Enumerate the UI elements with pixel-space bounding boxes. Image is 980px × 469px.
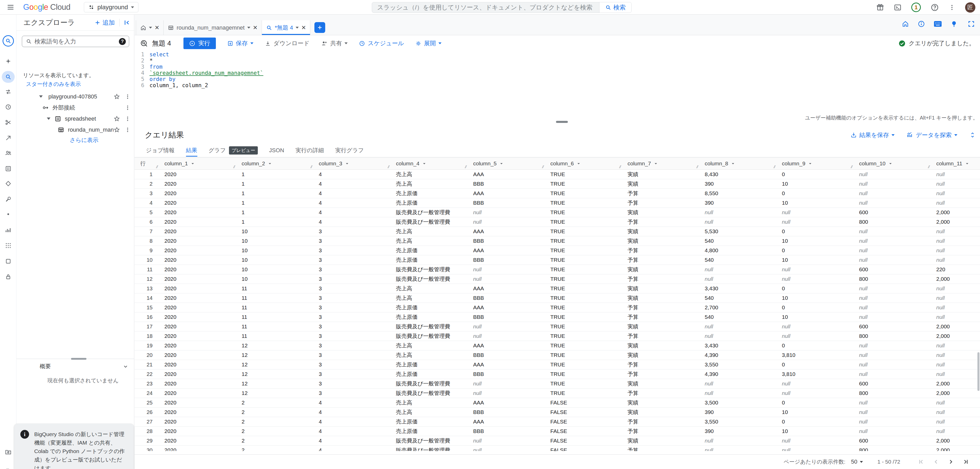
settings-folder-icon[interactable]: [5, 449, 11, 455]
project-picker[interactable]: playground: [84, 2, 139, 12]
help-icon[interactable]: [931, 3, 939, 11]
table-row[interactable]: 28202024売上原価BBBFALSE予算39010nullnull: [135, 426, 980, 436]
results-tab-結果[interactable]: 結果: [186, 144, 197, 157]
last-page-button[interactable]: [958, 458, 973, 465]
table-row[interactable]: 72020103売上高AAATRUE実績5,5300nullnull: [135, 227, 980, 236]
explorer-search-input[interactable]: 検索語句を入力 ?: [22, 36, 129, 47]
page-size-select[interactable]: 50: [851, 458, 863, 465]
close-icon[interactable]: ✕: [253, 24, 258, 31]
unfold-icon[interactable]: [969, 131, 976, 139]
star-icon[interactable]: [113, 93, 120, 100]
prev-page-button[interactable]: [929, 458, 943, 465]
dot-icon[interactable]: [5, 211, 11, 217]
table-row[interactable]: 162020113売上原価BBBTRUE予算54010nullnull: [135, 312, 980, 322]
avatar[interactable]: 匠: [965, 2, 975, 13]
tab-home[interactable]: ✕: [136, 20, 164, 35]
sql-line[interactable]: 1select: [135, 51, 980, 58]
table-row[interactable]: 152020113売上原価AAATRUE予算2,7000nullnull: [135, 303, 980, 312]
table-row[interactable]: 26202024売上高BBBFALSE実績39010nullnull: [135, 407, 980, 417]
results-tab-ジョブ情報[interactable]: ジョブ情報: [146, 144, 175, 157]
history-icon[interactable]: [5, 104, 11, 110]
table-row[interactable]: 112020103販売費及び一般管理費nullTRUE実績nullnull600…: [135, 265, 980, 274]
gift-icon[interactable]: [876, 3, 884, 11]
schedule-button[interactable]: スケジュール: [359, 40, 404, 47]
column-header-column_7[interactable]: //column_7: [621, 158, 698, 170]
frame-icon[interactable]: [5, 258, 11, 265]
table-row[interactable]: 5202014販売費及び一般管理費nullTRUE実績nullnull6002,…: [135, 208, 980, 217]
notifications-badge[interactable]: 1: [911, 3, 921, 12]
first-page-button[interactable]: [914, 458, 929, 465]
explore-data-button[interactable]: データを探索: [907, 131, 957, 139]
column-header-column_2[interactable]: //column_2: [235, 158, 313, 170]
table-row[interactable]: 182020113販売費及び一般管理費nullTRUE予算nullnull800…: [135, 331, 980, 341]
expand-button[interactable]: 展開: [415, 40, 442, 47]
results-tab-実行グラフ[interactable]: 実行グラフ: [335, 144, 364, 157]
sql-line[interactable]: 3from: [135, 64, 980, 70]
table-row[interactable]: 25202024売上高AAAFALSE実績3,5000nullnull: [135, 398, 980, 407]
more-vert-icon[interactable]: [948, 4, 955, 11]
column-header-column_6[interactable]: //column_6: [544, 158, 621, 170]
table-row[interactable]: 212020123売上原価AAATRUE予算3,5500nullnull: [135, 360, 980, 369]
home-icon[interactable]: [902, 20, 909, 27]
lightbulb-icon[interactable]: [951, 20, 957, 27]
run-button[interactable]: 実行: [183, 38, 216, 49]
add-button[interactable]: 追加: [95, 19, 115, 27]
download-button[interactable]: ダウンロード: [265, 40, 310, 47]
table-row[interactable]: 132020113売上高AAATRUE実績3,4300nullnull: [135, 284, 980, 293]
table-row[interactable]: 4202014売上原価BBBTRUE予算39010nullnull: [135, 198, 980, 208]
sql-line[interactable]: 5order by: [135, 76, 980, 82]
tree-item-external-connections[interactable]: 外部接続: [16, 102, 134, 113]
table-row[interactable]: 232020123販売費及び一般管理費nullTRUE実績nullnull600…: [135, 379, 980, 388]
chevron-down-icon[interactable]: [122, 363, 129, 370]
sql-line[interactable]: 4`spreadsheet.rounda_num_managemnet`: [135, 70, 980, 76]
people-icon[interactable]: [5, 150, 11, 156]
wrench-icon[interactable]: [5, 196, 11, 203]
next-page-button[interactable]: [943, 458, 958, 465]
panel-resize-handle[interactable]: [71, 358, 86, 360]
collapse-panel-icon[interactable]: [123, 19, 130, 26]
table-row[interactable]: 3202014売上原価AAATRUE予算8,5500nullnull: [135, 189, 980, 198]
new-tab-button[interactable]: [314, 22, 325, 33]
column-header-column_3[interactable]: //column_3: [313, 158, 390, 170]
column-header-column_1[interactable]: //column_1: [158, 158, 235, 170]
results-tab-JSON[interactable]: JSON: [269, 144, 284, 157]
results-tab-グラフ[interactable]: グラフプレビュー: [208, 144, 258, 157]
star-icon[interactable]: [113, 127, 120, 133]
table-row[interactable]: 29202024販売費及び一般管理費nullFALSE実績nullnull600…: [135, 436, 980, 445]
cut-icon[interactable]: [5, 119, 11, 126]
search-icon[interactable]: [5, 73, 11, 80]
pipeline-icon[interactable]: [5, 180, 11, 187]
show-more-link[interactable]: さらに表示: [70, 136, 99, 144]
more-vert-icon[interactable]: [125, 94, 130, 100]
cloud-shell-icon[interactable]: [894, 3, 902, 11]
sql-line[interactable]: 6column_1, column_2: [135, 82, 980, 89]
search-help-icon[interactable]: ?: [119, 38, 126, 45]
expand-caret-icon[interactable]: [39, 95, 43, 98]
lock-icon[interactable]: [5, 273, 11, 280]
vertical-scrollbar[interactable]: [977, 352, 980, 391]
info-icon[interactable]: [918, 20, 925, 27]
column-header-column_8[interactable]: //column_8: [698, 158, 776, 170]
column-header-column_10[interactable]: //column_10: [853, 158, 930, 170]
sparkle-icon[interactable]: [5, 58, 11, 65]
table-row[interactable]: 172020113販売費及び一般管理費nullTRUE実績nullnull600…: [135, 322, 980, 331]
monitoring-icon[interactable]: [5, 227, 11, 233]
open-in-new-icon[interactable]: [5, 135, 11, 141]
tab-table-rounda[interactable]: rounda_num_managemnet ✕: [164, 20, 262, 35]
menu-icon[interactable]: [7, 3, 14, 11]
search-button[interactable]: 検索: [599, 2, 632, 13]
tree-item-table-rounda[interactable]: rounda_num_managem...: [16, 124, 134, 135]
apps-icon[interactable]: [5, 242, 11, 249]
table-row[interactable]: 2202014売上高BBBTRUE実績39010nullnull: [135, 179, 980, 189]
splitter-handle[interactable]: [556, 121, 568, 123]
starred-only-link[interactable]: スター付きのみを表示: [26, 81, 81, 88]
tree-item-dataset-spreadsheet[interactable]: spreadsheet: [16, 113, 134, 124]
table-row[interactable]: 242020123販売費及び一般管理費nullTRUE予算nullnull800…: [135, 388, 980, 398]
fullscreen-icon[interactable]: [968, 20, 975, 27]
table-row[interactable]: 102020103売上原価BBBTRUE予算54010nullnull: [135, 255, 980, 265]
results-tab-実行の詳細[interactable]: 実行の詳細: [295, 144, 324, 157]
sql-line[interactable]: 2*: [135, 58, 980, 64]
column-header-column_9[interactable]: //column_9: [776, 158, 853, 170]
column-header-column_4[interactable]: //column_4: [390, 158, 467, 170]
table-row[interactable]: 27202024売上原価AAAFALSE予算3,5500nullnull: [135, 417, 980, 426]
